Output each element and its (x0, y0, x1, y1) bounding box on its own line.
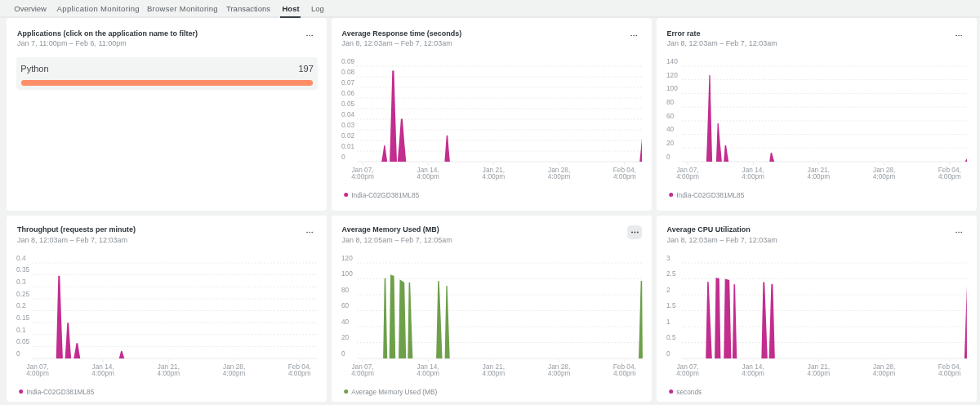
svg-text:0.04: 0.04 (341, 110, 355, 118)
svg-text:1.5: 1.5 (666, 301, 676, 309)
svg-text:4:00pm: 4:00pm (613, 369, 636, 377)
svg-text:seconds: seconds (676, 388, 702, 396)
svg-text:1: 1 (666, 318, 670, 326)
svg-text:0.25: 0.25 (16, 290, 30, 298)
svg-text:4:00pm: 4:00pm (351, 172, 374, 180)
svg-text:4:00pm: 4:00pm (223, 369, 246, 377)
svg-text:100: 100 (341, 269, 353, 278)
svg-text:4:00pm: 4:00pm (807, 172, 830, 180)
svg-text:India-C02GD381ML85: India-C02GD381ML85 (351, 191, 419, 199)
svg-text:140: 140 (666, 57, 678, 65)
svg-text:60: 60 (666, 112, 675, 120)
svg-text:2: 2 (666, 286, 670, 294)
svg-text:2.5: 2.5 (666, 269, 676, 278)
svg-text:4:00pm: 4:00pm (613, 172, 636, 180)
svg-text:Average Memory Used (MB): Average Memory Used (MB) (351, 388, 437, 396)
svg-text:60: 60 (341, 301, 350, 309)
svg-text:4:00pm: 4:00pm (872, 369, 895, 377)
svg-text:4:00pm: 4:00pm (872, 172, 895, 180)
svg-text:80: 80 (341, 286, 350, 294)
svg-text:0.05: 0.05 (341, 100, 355, 108)
svg-text:4:00pm: 4:00pm (482, 369, 505, 377)
svg-text:4:00pm: 4:00pm (416, 369, 439, 377)
svg-text:0: 0 (341, 153, 345, 161)
svg-text:40: 40 (341, 318, 350, 326)
svg-text:4:00pm: 4:00pm (742, 369, 764, 377)
svg-text:0: 0 (666, 153, 670, 161)
svg-text:0.08: 0.08 (341, 68, 355, 76)
svg-text:20: 20 (341, 333, 350, 341)
svg-text:4:00pm: 4:00pm (547, 369, 570, 377)
svg-text:0.03: 0.03 (341, 121, 355, 129)
svg-text:0.4: 0.4 (16, 254, 26, 262)
svg-text:4:00pm: 4:00pm (676, 172, 699, 180)
svg-text:3: 3 (666, 254, 670, 262)
svg-text:0.2: 0.2 (16, 301, 26, 309)
svg-text:4:00pm: 4:00pm (807, 369, 830, 377)
svg-text:4:00pm: 4:00pm (288, 369, 311, 377)
svg-text:0.02: 0.02 (341, 131, 355, 140)
svg-text:4:00pm: 4:00pm (742, 172, 764, 180)
svg-text:India-C02GD381ML85: India-C02GD381ML85 (676, 191, 744, 199)
svg-text:100: 100 (666, 85, 678, 93)
svg-text:80: 80 (666, 98, 675, 106)
svg-text:0.07: 0.07 (341, 78, 355, 87)
svg-text:0: 0 (666, 349, 670, 358)
svg-text:4:00pm: 4:00pm (938, 369, 961, 377)
svg-text:4:00pm: 4:00pm (938, 172, 961, 180)
svg-text:4:00pm: 4:00pm (676, 369, 699, 377)
svg-text:20: 20 (666, 140, 675, 148)
svg-text:4:00pm: 4:00pm (158, 369, 180, 377)
svg-text:4:00pm: 4:00pm (547, 172, 570, 180)
svg-text:4:00pm: 4:00pm (91, 369, 114, 377)
svg-text:4:00pm: 4:00pm (351, 369, 374, 377)
svg-text:0.1: 0.1 (16, 326, 26, 334)
svg-text:120: 120 (666, 71, 678, 79)
svg-text:4:00pm: 4:00pm (482, 172, 505, 180)
svg-text:0.15: 0.15 (16, 314, 30, 322)
svg-text:0.5: 0.5 (666, 333, 676, 341)
svg-text:0.01: 0.01 (341, 142, 355, 150)
svg-text:40: 40 (666, 126, 675, 134)
svg-text:0.09: 0.09 (341, 57, 355, 65)
svg-text:0.05: 0.05 (16, 337, 30, 345)
svg-text:0.06: 0.06 (341, 89, 355, 97)
svg-text:4:00pm: 4:00pm (26, 369, 49, 377)
svg-text:0: 0 (16, 349, 20, 358)
svg-text:0.35: 0.35 (16, 265, 30, 274)
svg-text:0.3: 0.3 (16, 278, 26, 286)
svg-text:4:00pm: 4:00pm (416, 172, 439, 180)
svg-text:120: 120 (341, 254, 353, 262)
svg-text:India-C02GD381ML85: India-C02GD381ML85 (26, 388, 94, 396)
svg-text:0: 0 (341, 349, 345, 358)
